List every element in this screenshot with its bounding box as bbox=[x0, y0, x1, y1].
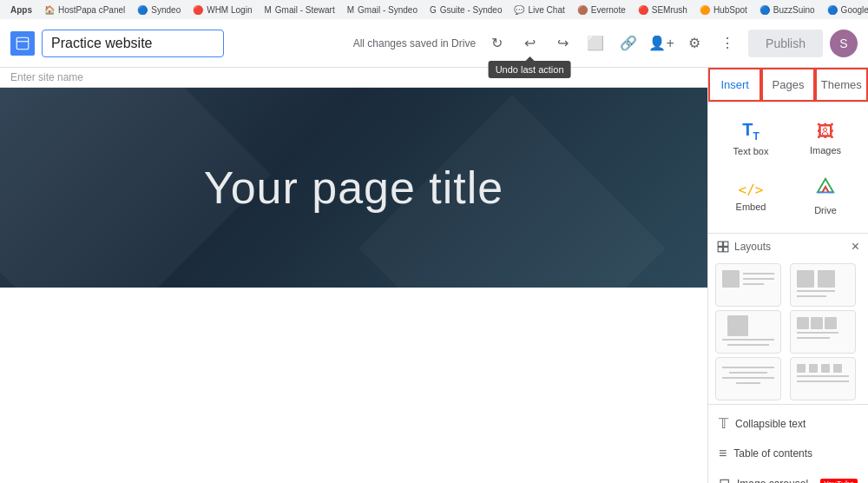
redo-button[interactable]: ↪ bbox=[549, 30, 576, 57]
svg-rect-5 bbox=[724, 248, 728, 252]
svg-rect-0 bbox=[16, 37, 29, 50]
insert-drive[interactable]: Drive bbox=[790, 169, 861, 224]
tab-insert[interactable]: Insert bbox=[708, 68, 761, 102]
undo-button[interactable]: ↩ bbox=[516, 30, 543, 57]
svg-rect-10 bbox=[797, 270, 814, 288]
collapsible-label: Collapsible text bbox=[735, 418, 806, 430]
layout-thumb-1[interactable] bbox=[715, 263, 781, 307]
collapsible-text-item[interactable]: 𝕋 Collapsible text bbox=[708, 408, 868, 439]
layout-thumb-3[interactable] bbox=[715, 310, 781, 354]
insert-embed[interactable]: </> Embed bbox=[715, 169, 786, 224]
collapsible-icon: 𝕋 bbox=[719, 415, 728, 432]
browser-tab-buzzsuino[interactable]: 🔵 BuzzSuino bbox=[756, 3, 819, 17]
svg-rect-28 bbox=[821, 364, 830, 373]
textbox-label: Text box bbox=[733, 146, 769, 156]
hero-section[interactable]: Your page title bbox=[0, 88, 707, 288]
svg-rect-2 bbox=[718, 242, 722, 246]
add-person-button[interactable]: 👤+ bbox=[648, 30, 675, 57]
drive-label: Drive bbox=[814, 205, 837, 215]
more-options-button[interactable]: ⋮ bbox=[713, 30, 741, 57]
browser-tab-livechat[interactable]: 💬 Live Chat bbox=[510, 3, 568, 17]
browser-tab-gmail-stewart[interactable]: M Gmail - Stewart bbox=[260, 3, 338, 17]
site-name-input[interactable] bbox=[42, 30, 224, 57]
avatar[interactable]: S bbox=[830, 30, 858, 57]
right-panel: Insert Pages Themes TT Text box 🖼 Images… bbox=[707, 68, 868, 483]
site-logo bbox=[10, 31, 35, 56]
carousel-label: Image carousel bbox=[737, 478, 808, 484]
svg-rect-26 bbox=[797, 364, 806, 373]
layouts-grid bbox=[708, 260, 868, 404]
carousel-icon: ⊟ bbox=[719, 475, 730, 483]
browser-tab-semrush[interactable]: 🔴 SEMrush bbox=[635, 3, 691, 17]
layout-thumb-4[interactable] bbox=[790, 310, 856, 354]
enter-site-name[interactable]: Enter site name bbox=[10, 71, 83, 83]
toolbar: All changes saved in Drive ↻ ↩ Undo last… bbox=[0, 19, 868, 68]
autosave-text: All changes saved in Drive bbox=[353, 37, 476, 50]
browser-tab-googleads[interactable]: 🔵 Google Ads bbox=[824, 3, 868, 17]
browser-tab-syndeo[interactable]: 🔵 Syndeo bbox=[134, 3, 184, 17]
browser-tab-evernote[interactable]: 🟤 Evernote bbox=[574, 3, 629, 17]
browser-tab-gsuite[interactable]: G Gsuite - Syndeo bbox=[426, 3, 506, 17]
image-carousel-item[interactable]: ⊟ Image carousel YouTube bbox=[708, 468, 868, 483]
table-of-contents-item[interactable]: ≡ Table of contents bbox=[708, 439, 868, 468]
svg-rect-4 bbox=[718, 248, 722, 252]
panel-tabs: Insert Pages Themes bbox=[708, 68, 868, 103]
browser-bar: Apps 🏠 HostPapa cPanel 🔵 Syndeo 🔴 WHM Lo… bbox=[0, 0, 868, 19]
table-label: Table of contents bbox=[733, 447, 812, 460]
preview-button[interactable]: ⬜ bbox=[582, 30, 609, 57]
link-button[interactable]: 🔗 bbox=[615, 30, 642, 57]
layouts-close-button[interactable]: × bbox=[852, 239, 859, 255]
browser-tab-gmail-syndeo[interactable]: M Gmail - Syndeo bbox=[344, 3, 421, 17]
embed-label: Embed bbox=[736, 202, 766, 212]
browser-tab-whm[interactable]: 🔴 WHM Login bbox=[189, 3, 255, 17]
layouts-title: Layouts bbox=[717, 241, 771, 253]
main-layout: Enter site name Your page title Insert P… bbox=[0, 68, 868, 483]
browser-tab-hubspot[interactable]: 🟠 HubSpot bbox=[696, 3, 751, 17]
layout-thumb-5[interactable] bbox=[715, 357, 781, 400]
undo-tooltip: Undo last action bbox=[489, 61, 571, 78]
layout-thumb-6[interactable] bbox=[790, 357, 856, 400]
canvas-page: Enter site name Your page title bbox=[0, 68, 707, 483]
browser-tab-hostpapa[interactable]: 🏠 HostPapa cPanel bbox=[41, 3, 128, 17]
drive-icon bbox=[816, 177, 835, 202]
svg-rect-17 bbox=[797, 317, 809, 329]
apps-tab[interactable]: Apps bbox=[7, 3, 36, 17]
svg-rect-18 bbox=[811, 317, 823, 329]
hero-title: Your page title bbox=[204, 162, 504, 214]
settings-button[interactable]: ⚙ bbox=[681, 30, 708, 57]
svg-rect-19 bbox=[825, 317, 837, 329]
svg-rect-29 bbox=[833, 364, 842, 373]
tab-themes[interactable]: Themes bbox=[815, 68, 868, 102]
insert-grid: TT Text box 🖼 Images </> Embed Drive bbox=[708, 103, 868, 233]
undo-container: ↩ Undo last action bbox=[516, 30, 543, 57]
tab-pages[interactable]: Pages bbox=[761, 68, 814, 102]
textbox-icon: TT bbox=[742, 120, 760, 142]
insert-images[interactable]: 🖼 Images bbox=[790, 111, 861, 165]
svg-rect-6 bbox=[722, 270, 740, 288]
bottom-items: 𝕋 Collapsible text ≡ Table of contents ⊟… bbox=[708, 404, 868, 483]
refresh-icon[interactable]: ↻ bbox=[483, 30, 510, 57]
content-section[interactable] bbox=[0, 288, 707, 461]
layout-thumb-2[interactable] bbox=[790, 263, 856, 307]
toolbar-icons: ↻ ↩ Undo last action ↪ ⬜ 🔗 👤+ ⚙ ⋮ bbox=[483, 30, 741, 57]
site-name-bar: Enter site name bbox=[0, 68, 707, 88]
layouts-header: Layouts × bbox=[708, 233, 868, 260]
svg-rect-14 bbox=[727, 315, 748, 336]
layouts-section-label: Layouts bbox=[734, 241, 771, 253]
table-icon: ≡ bbox=[719, 446, 727, 461]
canvas-area: Enter site name Your page title bbox=[0, 68, 707, 483]
images-label: Images bbox=[810, 145, 841, 155]
publish-button[interactable]: Publish bbox=[748, 30, 823, 57]
svg-rect-3 bbox=[724, 242, 728, 246]
svg-rect-27 bbox=[809, 364, 818, 373]
svg-rect-11 bbox=[818, 270, 835, 288]
embed-icon: </> bbox=[739, 182, 764, 198]
images-icon: 🖼 bbox=[817, 122, 834, 142]
youtube-badge: YouTube bbox=[820, 479, 858, 484]
insert-textbox[interactable]: TT Text box bbox=[715, 111, 786, 165]
